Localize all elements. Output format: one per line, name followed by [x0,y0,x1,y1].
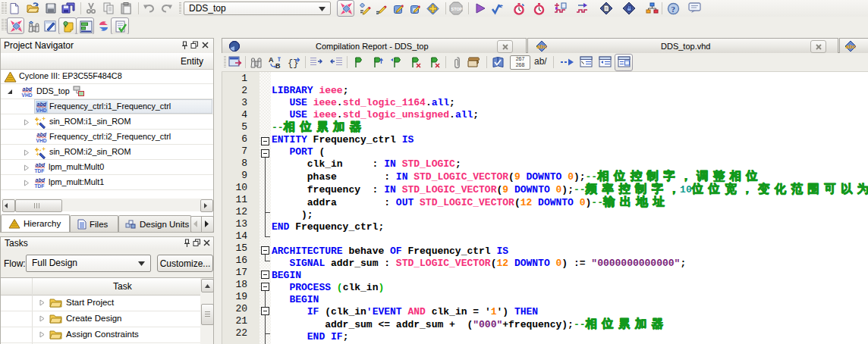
svg-text:TDF: TDF [35,168,45,174]
svg-text:VHD: VHD [36,138,47,143]
svg-text:abc: abc [846,43,857,50]
svg-text:B: B [275,62,281,69]
svg-text:abd: abd [36,162,46,167]
svg-text:abd: abd [23,86,33,92]
svg-text:A: A [269,56,274,64]
svg-text:VHD: VHD [36,108,47,113]
svg-text:?: ? [671,4,675,13]
svg-text:VHD: VHD [22,92,33,98]
svg-text:abd: abd [36,177,46,183]
svg-text:abc: abc [537,43,548,50]
svg-text:abd: abd [37,132,47,137]
svg-text:STOP: STOP [451,7,463,11]
svg-text:abd: abd [37,102,47,107]
svg-text:TDF: TDF [35,183,45,189]
